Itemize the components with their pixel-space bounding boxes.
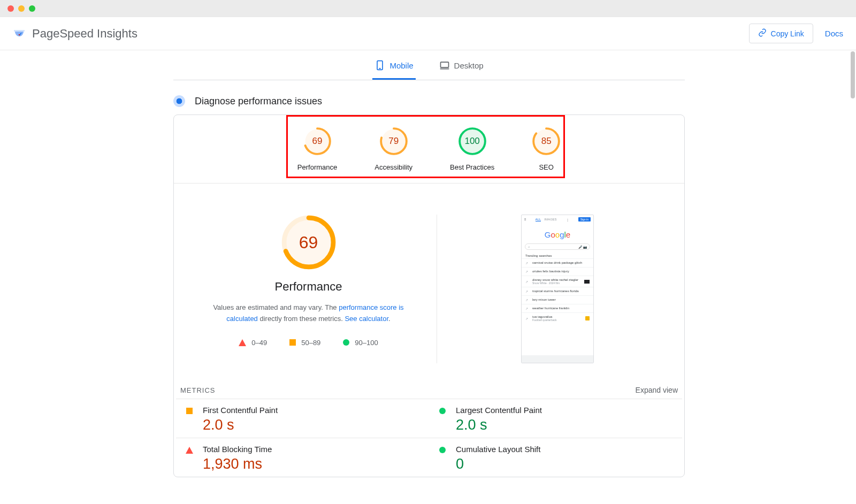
section-title: Diagnose performance issues (195, 96, 322, 107)
tab-desktop-label: Desktop (454, 61, 484, 70)
triangle-icon (239, 339, 246, 346)
metric-cumulative-layout-shift: Cumulative Layout Shift0 (429, 438, 682, 477)
big-gauge-score: 69 (281, 215, 337, 270)
link-icon (758, 28, 767, 39)
device-tabs: Mobile Desktop (173, 54, 685, 80)
metrics-heading: METRICS (180, 386, 216, 394)
pagespeed-logo-icon (13, 27, 26, 40)
gauge-row: 69Performance79Accessibility100Best Prac… (174, 115, 684, 184)
gauge-accessibility[interactable]: 79Accessibility (374, 127, 412, 171)
big-gauge-performance: 69 (281, 215, 337, 270)
gauge-best-practices[interactable]: 100Best Practices (450, 127, 494, 171)
window-chrome (0, 0, 856, 17)
mobile-icon (374, 60, 385, 71)
svg-rect-3 (440, 62, 448, 67)
results-card: 69Performance79Accessibility100Best Prac… (173, 114, 685, 477)
app-header: PageSpeed Insights Copy Link Docs (0, 17, 856, 50)
svg-point-0 (19, 34, 20, 35)
tab-mobile-label: Mobile (389, 61, 413, 70)
screenshot-thumbnail[interactable]: ≡ ALLIMAGES ⋮ Sign in Google ⌕🎤 📷 Trendi… (521, 215, 594, 363)
expand-view-toggle[interactable]: Expand view (636, 386, 678, 394)
gauge-seo[interactable]: 85SEO (532, 127, 561, 171)
minimize-window-dot[interactable] (18, 5, 25, 12)
performance-description: Values are estimated and may vary. The p… (202, 302, 416, 325)
metric-total-blocking-time: Total Blocking Time1,930 ms (176, 438, 429, 477)
circle-icon (439, 447, 446, 453)
square-icon (186, 408, 193, 414)
metric-largest-contentful-paint: Largest Contentful Paint2.0 s (429, 399, 682, 438)
section-heading: Diagnose performance issues (173, 95, 685, 107)
triangle-icon (186, 447, 193, 454)
gauge-performance[interactable]: 69Performance (297, 127, 337, 171)
circle-icon (439, 408, 446, 414)
big-gauge-label: Performance (275, 280, 342, 294)
diagnose-bullet-icon (173, 95, 185, 107)
close-window-dot[interactable] (7, 5, 14, 12)
app-title: PageSpeed Insights (32, 27, 137, 41)
docs-link[interactable]: Docs (825, 29, 843, 38)
zoom-window-dot[interactable] (29, 5, 35, 12)
copy-link-label: Copy Link (771, 29, 804, 38)
desktop-icon (439, 60, 450, 71)
scrollbar-thumb[interactable] (851, 51, 855, 98)
tab-desktop[interactable]: Desktop (437, 54, 486, 80)
square-icon (289, 339, 296, 346)
tab-mobile[interactable]: Mobile (372, 54, 415, 80)
copy-link-button[interactable]: Copy Link (749, 24, 813, 43)
metrics-grid: First Contentful Paint2.0 sLargest Conte… (174, 399, 684, 477)
performance-summary: 69 Performance Values are estimated and … (180, 215, 437, 363)
see-calculator-link[interactable]: See calculator (345, 315, 388, 323)
score-legend: 0–49 50–89 90–100 (239, 339, 378, 347)
metric-first-contentful-paint: First Contentful Paint2.0 s (176, 399, 429, 438)
circle-icon (343, 339, 349, 346)
